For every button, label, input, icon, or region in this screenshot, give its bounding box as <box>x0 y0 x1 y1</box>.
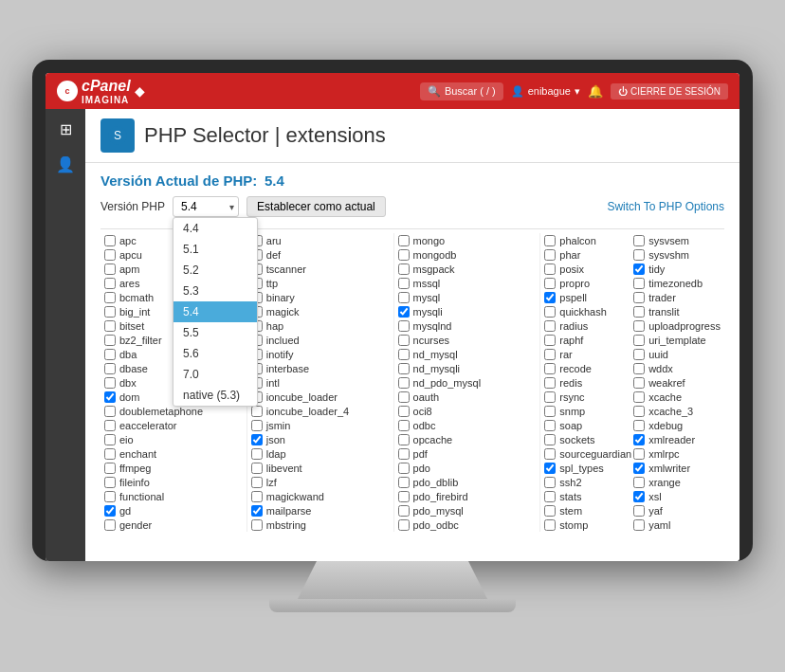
extension-checkbox[interactable] <box>104 377 116 389</box>
logout-button[interactable]: ⏻ CIERRE DE SESIÓN <box>611 83 728 100</box>
extension-checkbox[interactable] <box>544 349 556 360</box>
extension-checkbox[interactable] <box>633 349 645 360</box>
extension-checkbox[interactable] <box>398 335 410 346</box>
extension-checkbox[interactable] <box>398 434 410 445</box>
extension-checkbox[interactable] <box>251 477 263 488</box>
extension-checkbox[interactable] <box>544 263 556 275</box>
extension-checkbox[interactable] <box>544 292 556 303</box>
extension-checkbox[interactable] <box>633 448 645 460</box>
extension-checkbox[interactable] <box>104 363 116 374</box>
extension-checkbox[interactable] <box>633 391 645 403</box>
extension-checkbox[interactable] <box>633 463 645 474</box>
version-option-56[interactable]: 5.6 <box>173 343 257 364</box>
extension-checkbox[interactable] <box>544 448 556 460</box>
version-option-55[interactable]: 5.5 <box>173 322 257 343</box>
extension-checkbox[interactable] <box>544 505 556 517</box>
extension-checkbox[interactable] <box>251 505 263 517</box>
extension-checkbox[interactable] <box>104 505 116 517</box>
extension-checkbox[interactable] <box>104 335 116 346</box>
extension-checkbox[interactable] <box>633 363 645 374</box>
extension-checkbox[interactable] <box>544 249 556 261</box>
extension-checkbox[interactable] <box>633 335 645 346</box>
extension-checkbox[interactable] <box>633 306 645 318</box>
extension-checkbox[interactable] <box>398 349 410 360</box>
extension-checkbox[interactable] <box>104 263 116 275</box>
extension-checkbox[interactable] <box>398 292 410 303</box>
extension-checkbox[interactable] <box>104 463 116 474</box>
extension-checkbox[interactable] <box>633 292 645 303</box>
extension-checkbox[interactable] <box>398 420 410 431</box>
extension-checkbox[interactable] <box>251 491 263 502</box>
extension-checkbox[interactable] <box>398 377 410 389</box>
extension-checkbox[interactable] <box>544 519 556 531</box>
extension-checkbox[interactable] <box>398 505 410 517</box>
extension-checkbox[interactable] <box>633 278 645 289</box>
extension-checkbox[interactable] <box>251 420 263 431</box>
extension-checkbox[interactable] <box>104 434 116 445</box>
extension-checkbox[interactable] <box>251 448 263 460</box>
set-as-current-button[interactable]: Establecer como actual <box>246 196 386 217</box>
version-option-52[interactable]: 5.2 <box>173 260 257 281</box>
extension-checkbox[interactable] <box>398 320 410 332</box>
user-dropdown-arrow[interactable]: ▾ <box>575 85 580 98</box>
extension-checkbox[interactable] <box>104 420 116 431</box>
bell-icon[interactable]: 🔔 <box>588 84 603 99</box>
extension-checkbox[interactable] <box>104 278 116 289</box>
extension-checkbox[interactable] <box>544 463 556 474</box>
extension-checkbox[interactable] <box>104 448 116 460</box>
extension-checkbox[interactable] <box>251 406 263 417</box>
extension-checkbox[interactable] <box>398 463 410 474</box>
extension-checkbox[interactable] <box>398 363 410 374</box>
extension-checkbox[interactable] <box>633 249 645 261</box>
extension-checkbox[interactable] <box>104 406 116 417</box>
extension-checkbox[interactable] <box>398 235 410 246</box>
extension-checkbox[interactable] <box>398 477 410 488</box>
extension-checkbox[interactable] <box>398 249 410 261</box>
version-option-44[interactable]: 4.4 <box>173 218 257 239</box>
switch-to-php-options-link[interactable]: Switch To PHP Options <box>607 200 724 213</box>
extension-checkbox[interactable] <box>633 477 645 488</box>
version-option-51[interactable]: 5.1 <box>173 239 257 260</box>
extension-checkbox[interactable] <box>251 463 263 474</box>
version-option-53[interactable]: 5.3 <box>173 281 257 301</box>
extension-checkbox[interactable] <box>544 306 556 318</box>
extension-checkbox[interactable] <box>251 519 263 531</box>
extension-checkbox[interactable] <box>398 406 410 417</box>
extension-checkbox[interactable] <box>633 505 645 517</box>
extension-checkbox[interactable] <box>398 263 410 275</box>
extension-checkbox[interactable] <box>104 519 116 531</box>
extension-checkbox[interactable] <box>544 335 556 346</box>
extension-checkbox[interactable] <box>104 306 116 318</box>
extension-checkbox[interactable] <box>104 235 116 246</box>
extension-checkbox[interactable] <box>104 320 116 332</box>
extension-checkbox[interactable] <box>544 420 556 431</box>
extension-checkbox[interactable] <box>633 320 645 332</box>
extension-checkbox[interactable] <box>398 491 410 502</box>
extension-checkbox[interactable] <box>544 491 556 502</box>
extension-checkbox[interactable] <box>398 306 410 318</box>
extension-checkbox[interactable] <box>544 434 556 445</box>
extension-checkbox[interactable] <box>544 391 556 403</box>
search-box[interactable]: 🔍 Buscar ( / ) <box>420 82 503 100</box>
extension-checkbox[interactable] <box>398 391 410 403</box>
extension-checkbox[interactable] <box>104 292 116 303</box>
extension-checkbox[interactable] <box>633 491 645 502</box>
extension-checkbox[interactable] <box>104 491 116 502</box>
sidebar-user-icon[interactable]: 👤 <box>52 152 79 177</box>
extension-checkbox[interactable] <box>544 235 556 246</box>
extension-checkbox[interactable] <box>104 249 116 261</box>
extension-checkbox[interactable] <box>633 377 645 389</box>
version-dropdown[interactable]: 4.4 5.1 5.2 5.3 5.4 5.5 5.6 7.0 native (… <box>173 217 258 407</box>
extension-checkbox[interactable] <box>633 434 645 445</box>
extension-checkbox[interactable] <box>398 519 410 531</box>
extension-checkbox[interactable] <box>544 377 556 389</box>
extension-checkbox[interactable] <box>633 406 645 417</box>
version-option-70[interactable]: 7.0 <box>173 364 257 385</box>
extension-checkbox[interactable] <box>544 406 556 417</box>
extension-checkbox[interactable] <box>633 420 645 431</box>
extension-checkbox[interactable] <box>544 278 556 289</box>
extension-checkbox[interactable] <box>544 477 556 488</box>
extension-checkbox[interactable] <box>398 278 410 289</box>
extension-checkbox[interactable] <box>104 477 116 488</box>
extension-checkbox[interactable] <box>544 320 556 332</box>
